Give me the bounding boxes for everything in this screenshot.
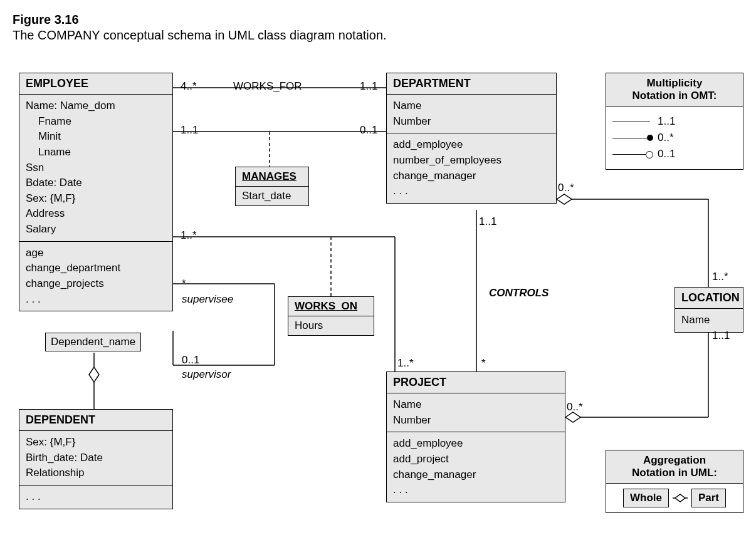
class-department-attrs: Name Number <box>387 95 556 133</box>
assoc-class-manages-name: MANAGES <box>236 167 308 187</box>
mult-supervisor: 0..1 <box>182 354 199 366</box>
legend-omt-body: 1..1 0..* 0..1 <box>606 106 743 169</box>
class-employee-name: EMPLOYEE <box>19 73 172 95</box>
legend-agg-part: Part <box>691 489 726 507</box>
class-department-ops: add_employee number_of_employees change_… <box>387 133 556 203</box>
class-project-name: PROJECT <box>387 372 565 393</box>
class-project-attrs: Name Number <box>387 393 565 432</box>
class-employee: EMPLOYEE Name: Name_dom Fname Minit Lnam… <box>19 73 173 311</box>
figure-number: Figure 3.16 <box>13 13 743 27</box>
assoc-class-works-on-name: WORKS_ON <box>288 297 374 316</box>
mult-controls-dept: 1..1 <box>479 215 496 228</box>
mult-controls-proj: * <box>481 357 486 370</box>
assoc-class-manages-body: Start_date <box>236 187 308 205</box>
svg-marker-16 <box>565 412 580 422</box>
assoc-class-manages: MANAGES Start_date <box>235 167 309 206</box>
mult-dept-loc-agg: 0..* <box>558 182 574 194</box>
class-department: DEPARTMENT Name Number add_employee numb… <box>386 73 557 204</box>
legend-agg-body: Whole Part <box>606 484 743 512</box>
mult-manages-dept: 0..1 <box>360 124 377 137</box>
class-department-name: DEPARTMENT <box>387 73 556 95</box>
mult-manages-emp: 1..1 <box>181 124 198 137</box>
class-location-name: LOCATION <box>675 288 743 309</box>
role-supervisor: supervisor <box>182 368 231 381</box>
class-dependent-attrs: Sex: {M,F} Birth_date: Date Relationship <box>19 431 172 485</box>
class-employee-attrs: Name: Name_dom Fname Minit Lname Ssn Bda… <box>19 95 172 242</box>
mult-works-for-emp: 4..* <box>181 80 197 93</box>
legend-agg-header: Aggregation Notation in UML: <box>606 450 743 484</box>
legend-agg-whole: Whole <box>623 489 669 507</box>
mult-proj-loc: 1..1 <box>712 330 730 342</box>
mult-works-on-proj: 1..* <box>397 357 414 370</box>
mult-dept-loc: 1..* <box>712 271 728 283</box>
line-plain-icon <box>612 122 650 122</box>
qualifier-dependent-name: Dependent_name <box>45 333 141 351</box>
legend-omt: Multiplicity Notation in OMT: 1..1 0..* … <box>606 73 743 170</box>
mult-works-on-emp: 1..* <box>181 229 197 242</box>
uml-diagram: EMPLOYEE Name: Name_dom Fname Minit Lnam… <box>13 61 743 525</box>
assoc-class-works-on: WORKS_ON Hours <box>288 296 374 336</box>
svg-marker-20 <box>675 494 685 502</box>
svg-marker-13 <box>557 194 572 204</box>
line-circle-icon <box>612 154 650 155</box>
figure-header: Figure 3.16 The COMPANY conceptual schem… <box>13 13 743 43</box>
assoc-class-works-on-body: Hours <box>288 316 374 335</box>
legend-omt-row-1: 1..1 <box>612 115 737 128</box>
class-location-attrs: Name <box>675 309 743 332</box>
role-supervisee: supervisee <box>182 293 233 306</box>
mult-works-for-dept: 1..1 <box>360 80 377 93</box>
class-employee-ops: age change_department change_projects . … <box>19 242 172 311</box>
class-project-ops: add_employee add_project change_manager … <box>387 432 565 502</box>
diamond-icon <box>673 493 688 503</box>
svg-marker-18 <box>89 367 99 382</box>
class-dependent-name: DEPENDENT <box>19 410 172 431</box>
legend-aggregation: Aggregation Notation in UML: Whole Part <box>606 450 743 513</box>
class-project: PROJECT Name Number add_employee add_pro… <box>386 371 565 502</box>
legend-omt-row-2: 0..* <box>612 132 737 144</box>
class-location: LOCATION Name <box>675 287 743 333</box>
mult-proj-loc-agg: 0..* <box>567 401 583 413</box>
figure-caption: The COMPANY conceptual schema in UML cla… <box>13 28 743 43</box>
mult-supervisee: * <box>182 278 186 290</box>
assoc-works-for: WORKS_FOR <box>233 80 302 93</box>
class-dependent-ops: . . . <box>19 485 172 509</box>
line-dot-icon <box>612 138 650 138</box>
class-dependent: DEPENDENT Sex: {M,F} Birth_date: Date Re… <box>19 409 173 509</box>
legend-omt-row-3: 0..1 <box>612 148 737 160</box>
legend-omt-header: Multiplicity Notation in OMT: <box>606 73 743 106</box>
assoc-controls: CONTROLS <box>489 287 549 299</box>
